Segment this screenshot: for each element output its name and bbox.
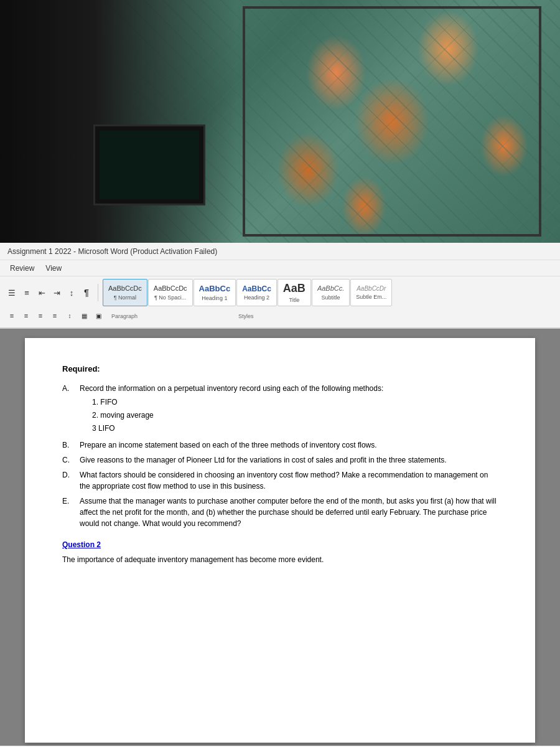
subtleem-label: Subtle Em... [356,294,386,300]
question2-link[interactable]: Question 2 [62,539,498,550]
paragraph-controls: ☰ ≡ ⇤ ⇥ ↕ ¶ [5,286,93,299]
heading1-label: Heading 1 [202,295,227,301]
normal-preview: AaBbCcDc [108,284,142,293]
menu-review[interactable]: Review [5,263,39,274]
align-group: ≡ ≡ ≡ ≡ [5,309,62,322]
label-b: B. [62,439,75,451]
text-a: Record the information on a perpetual in… [80,384,383,393]
room-shadow [0,0,236,243]
border-icon[interactable]: ▣ [91,309,105,322]
ribbon-row1: ☰ ≡ ⇤ ⇥ ↕ ¶ AaBbCcDc ¶ Normal AaBbCcDc ¶… [5,279,555,306]
label-d: D. [62,469,75,492]
subtleem-preview: AaBbCcDr [357,285,386,293]
align-justify-icon[interactable]: ≡ [48,309,62,322]
menu-bar: Review View [0,260,560,276]
line-spacing-icon[interactable]: ↕ [63,309,77,322]
style-btn-nospaci[interactable]: AaBbCcDc ¶ No Spaci... [148,279,193,306]
content-a: Record the information on a perpetual in… [80,383,498,436]
content-b: Prepare an income statement based on eac… [80,439,498,451]
label-a: A. [62,383,75,436]
indent-increase-icon[interactable]: ⇥ [50,286,63,299]
sort-icon[interactable]: ↕ [65,286,78,299]
window-title: Assignment 1 2022 - Microsoft Word (Prod… [7,247,217,256]
title-preview: AaB [283,282,306,296]
paragraph-section-label: Paragraph [111,313,138,319]
list-item-a: A. Record the information on a perpetual… [62,383,498,436]
list-item-b: B. Prepare an income statement based on … [62,439,498,451]
list-item-c: C. Give reasons to the manager of Pionee… [62,454,498,466]
list-item-e: E. Assume that the manager wants to purc… [62,496,498,529]
photo-area [0,0,560,243]
nospaci-preview: AaBbCcDc [154,284,187,293]
title-label: Title [289,297,300,303]
ribbon-divider-1 [98,284,98,301]
subtitle-preview: AaBbCc. [317,284,344,293]
window-frame [243,6,541,237]
monitor-area [93,125,205,205]
list-number-icon[interactable]: ≡ [20,286,34,299]
sub-item-fifo: 1. FIFO [92,397,498,408]
menu-view[interactable]: View [40,263,67,274]
ribbon: ☰ ≡ ⇤ ⇥ ↕ ¶ AaBbCcDc ¶ Normal AaBbCcDc ¶… [0,276,560,329]
list-item-d: D. What factors should be considered in … [62,469,498,492]
doc-list: A. Record the information on a perpetual… [62,383,498,529]
heading2-label: Heading 2 [244,294,269,301]
show-hide-icon[interactable]: ¶ [80,286,93,299]
bottom-text: The importance of adequate inventory man… [62,554,498,565]
style-btn-title[interactable]: AaB Title [278,279,311,306]
heading1-preview: AaBbCc [199,284,231,294]
styles-section-label: Styles [238,313,254,319]
title-bar: Assignment 1 2022 - Microsoft Word (Prod… [0,243,560,260]
text-e: Assume that the manager wants to purchas… [80,497,497,528]
label-e: E. [62,496,75,529]
content-c: Give reasons to the manager of Pioneer L… [80,454,498,466]
sub-item-lifo: 3 LIFO [92,423,498,434]
shading-icon[interactable]: ▦ [77,309,91,322]
sub-item-moving: 2. moving average [92,410,498,421]
style-btn-heading1[interactable]: AaBbCc Heading 1 [194,279,236,306]
spacing-group: ↕ ▦ ▣ [63,309,105,322]
content-e: Assume that the manager wants to purchas… [80,496,498,529]
monitor-screen [100,131,199,199]
label-c: C. [62,454,75,466]
heading2-preview: AaBbCc [242,284,271,293]
style-btn-heading2[interactable]: AaBbCc Heading 2 [236,279,277,306]
style-btn-subtitle[interactable]: AaBbCc. Subtitle [312,279,350,306]
text-c: Give reasons to the manager of Pioneer L… [80,456,447,464]
list-bullet-icon[interactable]: ☰ [5,286,19,299]
text-d: What factors should be considered in cho… [80,471,488,491]
word-application: Assignment 1 2022 - Microsoft Word (Prod… [0,243,560,747]
style-btn-subtleem[interactable]: AaBbCcDr Subtle Em... [350,279,392,306]
style-buttons: AaBbCcDc ¶ Normal AaBbCcDc ¶ No Spaci...… [103,279,392,306]
content-d: What factors should be considered in cho… [80,469,498,492]
sub-list-a: 1. FIFO 2. moving average 3 LIFO [92,397,498,434]
required-heading: Required: [62,363,498,375]
align-right-icon[interactable]: ≡ [34,309,47,322]
align-center-icon[interactable]: ≡ [19,309,33,322]
indent-decrease-icon[interactable]: ⇤ [35,286,49,299]
subtitle-label: Subtitle [322,294,340,301]
nospaci-label: ¶ No Spaci... [154,294,186,301]
document-page: Required: A. Record the information on a… [25,338,535,743]
text-b: Prepare an income statement based on eac… [80,441,377,449]
normal-label: ¶ Normal [114,294,136,301]
ribbon-row2: ≡ ≡ ≡ ≡ ↕ ▦ ▣ Paragraph Styles [5,309,555,322]
style-btn-normal[interactable]: AaBbCcDc ¶ Normal [103,279,147,306]
document-area: Required: A. Record the information on a… [0,329,560,746]
align-left-icon[interactable]: ≡ [5,309,19,322]
